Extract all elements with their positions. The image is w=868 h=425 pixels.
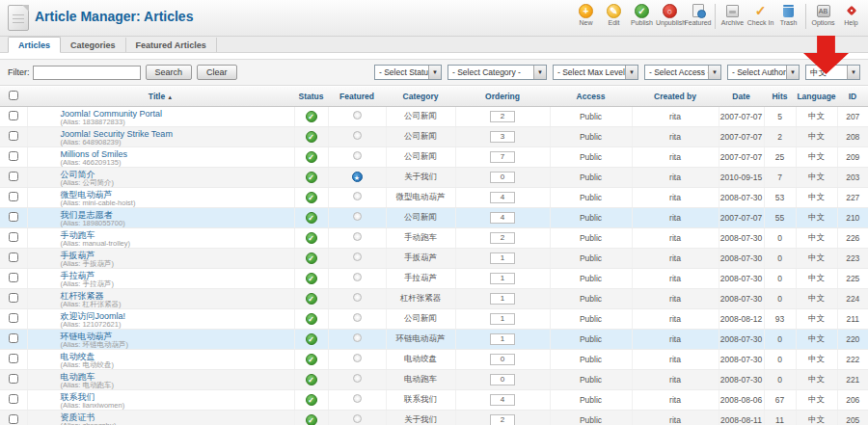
featured-off-icon[interactable] (353, 293, 362, 302)
article-title-link[interactable]: 微型电动葫芦 (61, 188, 294, 199)
row-checkbox[interactable] (9, 252, 18, 262)
row-checkbox[interactable] (9, 293, 18, 303)
ordering-input[interactable] (490, 414, 515, 425)
ordering-input[interactable] (490, 252, 515, 264)
row-checkbox[interactable] (9, 394, 18, 404)
row-checkbox[interactable] (9, 232, 18, 242)
published-icon[interactable]: ✓ (306, 273, 317, 284)
article-title-link[interactable]: Millions of Smiles (61, 147, 294, 159)
toolbar-button-new[interactable]: + New (572, 2, 600, 26)
article-title-link[interactable]: 电动跑车 (61, 370, 294, 382)
toolbar-button-checkin[interactable]: ✓ Check In (746, 2, 774, 26)
tab-categories[interactable]: Categories (61, 38, 126, 52)
ordering-input[interactable] (490, 192, 515, 203)
published-icon[interactable]: ✓ (306, 414, 317, 425)
published-icon[interactable]: ✓ (306, 313, 317, 325)
select-author-dropdown[interactable]: - Select Author -▼ (727, 65, 800, 80)
featured-off-icon[interactable] (353, 354, 362, 362)
featured-off-icon[interactable] (353, 252, 362, 261)
published-icon[interactable]: ✓ (306, 232, 317, 244)
column-header-ordering[interactable]: Ordering (455, 87, 550, 106)
published-icon[interactable]: ✓ (306, 374, 317, 385)
featured-off-icon[interactable] (353, 313, 362, 322)
toolbar-button-trash[interactable]: Trash (774, 2, 802, 26)
column-header-category[interactable]: Category (386, 87, 455, 106)
row-checkbox[interactable] (9, 212, 18, 222)
published-icon[interactable]: ✓ (306, 131, 317, 143)
column-header-language[interactable]: Language (796, 87, 837, 106)
filter-input[interactable] (33, 66, 141, 80)
ordering-input[interactable] (490, 374, 515, 385)
select-max-levels-dropdown[interactable]: - Select Max Levels -▼ (553, 65, 638, 80)
row-checkbox[interactable] (9, 313, 18, 323)
published-icon[interactable]: ✓ (306, 252, 317, 264)
article-title-link[interactable]: 手扳葫芦 (61, 249, 294, 260)
column-header-date[interactable]: Date (719, 87, 764, 106)
published-icon[interactable]: ✓ (306, 192, 317, 203)
article-title-link[interactable]: 杠杆张紧器 (61, 289, 294, 301)
tab-featured-articles[interactable]: Featured Articles (126, 38, 217, 52)
published-icon[interactable]: ✓ (306, 111, 317, 122)
select-status-dropdown[interactable]: - Select Status -▼ (374, 65, 442, 80)
column-header-created-by[interactable]: Created by (632, 87, 719, 106)
published-icon[interactable]: ✓ (306, 172, 317, 183)
article-title-link[interactable]: 电动绞盘 (61, 350, 294, 361)
published-icon[interactable]: ✓ (306, 354, 317, 365)
toolbar-button-help[interactable]: Help (837, 2, 865, 26)
article-title-link[interactable]: 公司简介 (61, 168, 294, 179)
column-header-access[interactable]: Access (550, 87, 632, 106)
published-icon[interactable]: ✓ (306, 293, 317, 305)
ordering-input[interactable] (490, 354, 515, 365)
featured-off-icon[interactable] (353, 111, 362, 120)
published-icon[interactable]: ✓ (306, 212, 317, 224)
featured-off-icon[interactable] (353, 212, 362, 221)
article-title-link[interactable]: 资质证书 (61, 411, 294, 422)
toolbar-button-archive[interactable]: Archive (719, 2, 746, 26)
article-title-link[interactable]: 联系我们 (61, 390, 294, 402)
featured-off-icon[interactable] (353, 131, 362, 140)
article-title-link[interactable]: Joomla! Community Portal (61, 107, 294, 119)
column-header-id[interactable]: ID (837, 87, 868, 106)
ordering-input[interactable] (490, 151, 515, 163)
select-all-checkbox[interactable] (9, 91, 18, 100)
ordering-input[interactable] (490, 212, 515, 224)
article-title-link[interactable]: Joomla! Security Strike Team (61, 127, 294, 139)
published-icon[interactable]: ✓ (306, 333, 317, 345)
featured-off-icon[interactable] (353, 333, 362, 342)
published-icon[interactable]: ✓ (306, 151, 317, 163)
row-checkbox[interactable] (9, 111, 18, 120)
article-title-link[interactable]: 手动跑车 (61, 228, 294, 240)
featured-off-icon[interactable] (353, 374, 362, 383)
ordering-input[interactable] (490, 273, 515, 284)
ordering-input[interactable] (490, 313, 515, 325)
ordering-input[interactable] (490, 111, 515, 122)
row-checkbox[interactable] (9, 273, 18, 282)
row-checkbox[interactable] (9, 192, 18, 201)
column-header-featured[interactable]: Featured (328, 87, 386, 106)
ordering-input[interactable] (490, 172, 515, 183)
ordering-input[interactable] (490, 232, 515, 244)
article-title-link[interactable]: 我们是志愿者 (61, 208, 294, 220)
featured-off-icon[interactable] (353, 394, 362, 403)
row-checkbox[interactable] (9, 172, 18, 181)
article-title-link[interactable]: 手拉葫芦 (61, 269, 294, 280)
toolbar-button-publish[interactable]: ✓ Publish (628, 2, 656, 26)
toolbar-button-featured[interactable]: Featured (684, 2, 712, 26)
featured-off-icon[interactable] (353, 151, 362, 160)
row-checkbox[interactable] (9, 333, 18, 343)
ordering-input[interactable] (490, 394, 515, 406)
select-access-dropdown[interactable]: - Select Access -▼ (644, 65, 721, 80)
toolbar-button-edit[interactable]: ✎ Edit (600, 2, 628, 26)
ordering-input[interactable] (490, 131, 515, 143)
ordering-input[interactable] (490, 293, 515, 305)
featured-off-icon[interactable] (353, 192, 362, 200)
column-header-hits[interactable]: Hits (764, 87, 796, 106)
row-checkbox[interactable] (9, 151, 18, 161)
featured-off-icon[interactable] (353, 232, 362, 241)
row-checkbox[interactable] (9, 131, 18, 141)
featured-off-icon[interactable] (353, 273, 362, 281)
row-checkbox[interactable] (9, 354, 18, 363)
tab-articles[interactable]: Articles (8, 37, 61, 53)
featured-on-icon[interactable]: ★ (352, 172, 363, 182)
row-checkbox[interactable] (9, 414, 18, 424)
